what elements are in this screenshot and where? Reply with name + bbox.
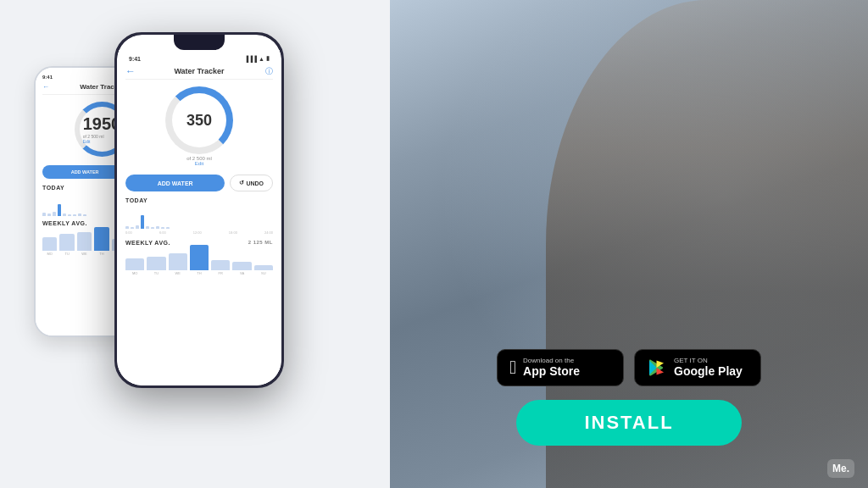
googleplay-main-text: Google Play bbox=[674, 364, 743, 379]
status-icons: ▐▐▐ ▲ ▮ bbox=[244, 55, 270, 62]
front-time-labels: 0:00 6:00 12:00 18:00 24:00 bbox=[125, 230, 273, 237]
front-day-th: TH bbox=[197, 271, 201, 275]
bar-item bbox=[47, 214, 51, 216]
front-time: 9:41 bbox=[129, 56, 141, 62]
time-label-6: 6:00 bbox=[159, 230, 166, 235]
bar-item bbox=[73, 214, 76, 216]
bar-item bbox=[136, 225, 139, 229]
bar-item bbox=[131, 227, 134, 229]
front-info-icon[interactable]: ⓘ bbox=[265, 66, 273, 77]
front-water-amount: 350 bbox=[186, 113, 212, 128]
bar-item bbox=[146, 226, 149, 229]
undo-label: UNDO bbox=[246, 180, 264, 186]
front-day-we: WE bbox=[175, 271, 180, 275]
bar-item bbox=[42, 213, 46, 216]
google-play-icon bbox=[647, 358, 667, 378]
front-weekly-section: WEEKLY AVG. 2 125 ml MO TU bbox=[125, 237, 273, 277]
front-status-bar: 9:41 ▐▐▐ ▲ ▮ bbox=[125, 53, 273, 64]
bar-item-active bbox=[58, 204, 61, 216]
phones-container: 9:41 ← Water Tracker ⓘ 1950 of 2 500 ml … bbox=[34, 32, 356, 456]
front-today-section: TODAY bbox=[125, 195, 273, 205]
front-day-tu: TU bbox=[154, 271, 159, 275]
bar-item bbox=[63, 214, 66, 216]
appstore-button[interactable]:  Download on the App Store bbox=[497, 349, 624, 386]
front-weekly-we: WE bbox=[169, 253, 187, 275]
weekly-bar-th-active bbox=[94, 227, 108, 251]
bar-item bbox=[68, 214, 71, 216]
bar-item bbox=[161, 227, 164, 229]
front-today-chart bbox=[125, 205, 273, 230]
appstore-top-text: Download on the bbox=[523, 357, 580, 365]
signal-icon: ▐▐▐ bbox=[244, 56, 257, 62]
front-weekly-label: WEEKLY AVG. bbox=[125, 240, 170, 246]
time-label-24: 24:00 bbox=[264, 230, 273, 235]
front-weekly-su: SU bbox=[254, 265, 273, 275]
back-time: 9:41 bbox=[42, 75, 53, 80]
front-weekly-fr: FR bbox=[211, 260, 230, 275]
weekly-label-we: WE bbox=[81, 252, 86, 256]
front-weekly-mo: MO bbox=[125, 258, 144, 275]
bar-item-active bbox=[141, 215, 144, 229]
bar-item bbox=[78, 214, 81, 216]
weekly-bar-we bbox=[77, 232, 92, 251]
front-day-mo: MO bbox=[132, 271, 137, 275]
time-label-0: 0:00 bbox=[125, 230, 132, 235]
front-edit-link[interactable]: Edit bbox=[195, 161, 203, 166]
time-label-12: 12:00 bbox=[193, 230, 202, 235]
weekly-day-mo: MO bbox=[42, 237, 57, 256]
front-add-water-button[interactable]: ADD WATER bbox=[125, 175, 225, 191]
battery-icon: ▮ bbox=[266, 55, 270, 62]
time-label-18: 18:00 bbox=[229, 230, 237, 235]
front-weekly-value: 2 125 ml bbox=[248, 240, 273, 245]
weekly-label-tu: TU bbox=[64, 252, 69, 256]
front-screen-content: 9:41 ▐▐▐ ▲ ▮ ← Water Tracker ⓘ bbox=[117, 50, 281, 385]
front-phone-screen: 9:41 ▐▐▐ ▲ ▮ ← Water Tracker ⓘ bbox=[117, 35, 281, 385]
front-water-text: 350 bbox=[186, 113, 212, 128]
back-arrow-icon[interactable]: ← bbox=[42, 83, 49, 91]
front-app-header: ← Water Tracker ⓘ bbox=[125, 64, 273, 80]
weekly-bar-mo bbox=[42, 237, 57, 251]
weekly-bar-tu bbox=[59, 234, 74, 251]
front-weekly-chart: MO TU WE TH bbox=[125, 247, 273, 277]
googleplay-top-text: GET IT ON bbox=[674, 357, 743, 365]
front-buttons-row: ADD WATER ↺UNDO bbox=[125, 171, 273, 195]
install-button[interactable]: INSTALL bbox=[516, 400, 741, 446]
bar-item bbox=[166, 227, 170, 229]
apple-icon:  bbox=[509, 357, 516, 379]
front-undo-button[interactable]: ↺UNDO bbox=[230, 175, 273, 191]
appstore-main-text: App Store bbox=[523, 364, 580, 379]
download-buttons-container:  Download on the App Store GET IT ON Go… bbox=[497, 349, 761, 386]
front-bar-we bbox=[169, 253, 187, 270]
front-progress-ring: 350 bbox=[165, 86, 233, 154]
bar-item bbox=[151, 227, 154, 229]
front-water-display: 350 of 2 500 ml Edit bbox=[125, 80, 273, 171]
bar-item bbox=[53, 212, 56, 216]
googleplay-button[interactable]: GET IT ON Google Play bbox=[634, 349, 761, 386]
front-bar-fr bbox=[211, 260, 230, 270]
front-weekly-sa: SA bbox=[232, 262, 251, 275]
phone-front: 9:41 ▐▐▐ ▲ ▮ ← Water Tracker ⓘ bbox=[114, 32, 284, 388]
left-panel: 9:41 ← Water Tracker ⓘ 1950 of 2 500 ml … bbox=[0, 0, 390, 488]
appstore-text: Download on the App Store bbox=[523, 357, 580, 379]
phone-notch bbox=[174, 35, 225, 50]
weekly-day-we: WE bbox=[77, 232, 92, 256]
front-today-label: TODAY bbox=[125, 197, 147, 203]
front-day-su: SU bbox=[261, 271, 266, 275]
front-app-title: Water Tracker bbox=[174, 67, 224, 75]
weekly-day-tu: TU bbox=[59, 234, 74, 256]
bar-item bbox=[83, 214, 86, 216]
front-bar-th-active bbox=[190, 245, 209, 270]
front-day-sa: SA bbox=[240, 271, 244, 275]
front-bar-sa bbox=[232, 262, 251, 270]
front-back-arrow[interactable]: ← bbox=[125, 65, 136, 77]
bar-item bbox=[156, 226, 159, 229]
me-logo: Me. bbox=[827, 459, 854, 478]
googleplay-text: GET IT ON Google Play bbox=[674, 357, 743, 379]
weekly-label-mo: MO bbox=[47, 252, 52, 256]
front-weekly-tu: TU bbox=[147, 257, 165, 275]
front-bar-tu bbox=[147, 257, 165, 270]
undo-icon: ↺ bbox=[239, 180, 244, 186]
weekly-day-th: TH bbox=[94, 227, 108, 256]
bar-item bbox=[125, 226, 129, 229]
weekly-label-th: TH bbox=[99, 252, 103, 256]
